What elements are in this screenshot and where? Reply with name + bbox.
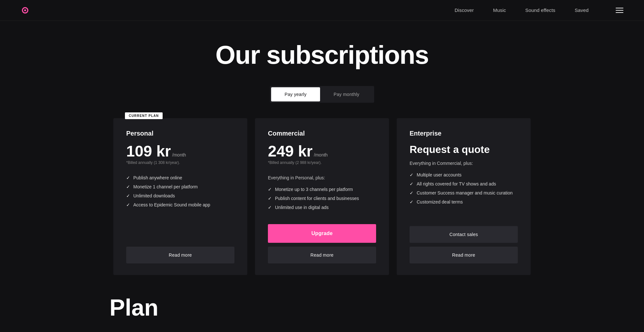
- plan-features-intro-enterprise: Everything in Commercial, plus:: [410, 161, 518, 166]
- feature-item: ✓ Unlimited downloads: [126, 193, 234, 198]
- feature-item: ✓ Access to Epidemic Sound mobile app: [126, 202, 234, 207]
- nav-discover[interactable]: Discover: [455, 7, 474, 13]
- feature-item: ✓ Customer Success manager and music cur…: [410, 190, 518, 195]
- plan-price-amount-commercial: 249 kr: [268, 144, 313, 159]
- plan-price-note-personal: *Billed annually (1 308 kr/year).: [126, 160, 234, 165]
- feature-item: ✓ Multiple user accounts: [410, 172, 518, 177]
- feature-item: ✓ Publish anywhere online: [126, 175, 234, 180]
- feature-item: ✓ Monetize 1 channel per platform: [126, 184, 234, 189]
- hamburger-line: [616, 10, 623, 11]
- check-icon: ✓: [126, 184, 130, 189]
- read-more-button-enterprise[interactable]: Read more: [410, 247, 518, 263]
- plans-grid: CURRENT PLAN Personal 109 kr /month *Bil…: [90, 118, 554, 275]
- check-icon: ✓: [410, 190, 413, 195]
- check-icon: ✓: [410, 172, 413, 177]
- pay-yearly-button[interactable]: Pay yearly: [271, 87, 320, 101]
- nav-links: Discover Music Sound effects Saved: [455, 7, 589, 13]
- plan-name-personal: Personal: [126, 130, 234, 137]
- page-title: Our subscriptions: [0, 40, 644, 70]
- plan-quote-enterprise: Request a quote: [410, 144, 518, 156]
- feature-item: ✓ Unlimited use in digital ads: [268, 205, 376, 210]
- navigation: Discover Music Sound effects Saved: [0, 0, 644, 21]
- plan-price-period-commercial: /month: [314, 152, 328, 157]
- check-icon: ✓: [268, 196, 272, 201]
- check-icon: ✓: [268, 187, 272, 192]
- upgrade-button-commercial[interactable]: Upgrade: [268, 224, 376, 243]
- plan-price-commercial: 249 kr /month: [268, 144, 376, 159]
- read-more-button-personal[interactable]: Read more: [126, 247, 234, 263]
- nav-saved[interactable]: Saved: [575, 7, 589, 13]
- feature-item: ✓ Customized deal terms: [410, 199, 518, 204]
- plan-features-enterprise: ✓ Multiple user accounts ✓ All rights co…: [410, 172, 518, 216]
- plan-features-commercial: ✓ Monetize up to 3 channels per platform…: [268, 187, 376, 214]
- plan-features-intro-commercial: Everything in Personal, plus:: [268, 175, 376, 180]
- feature-item: ✓ Monetize up to 3 channels per platform: [268, 187, 376, 192]
- plan-card-enterprise: Enterprise Request a quote Everything in…: [397, 118, 531, 275]
- check-icon: ✓: [410, 199, 413, 204]
- check-icon: ✓: [410, 181, 413, 186]
- bottom-title: Plan: [109, 294, 535, 321]
- hamburger-line: [616, 8, 623, 8]
- check-icon: ✓: [268, 205, 272, 210]
- contact-sales-button-enterprise[interactable]: Contact sales: [410, 226, 518, 243]
- check-icon: ✓: [126, 175, 130, 180]
- billing-toggle-container: Pay yearly Pay monthly: [0, 86, 644, 103]
- plan-name-commercial: Commercial: [268, 130, 376, 137]
- plan-card-personal: CURRENT PLAN Personal 109 kr /month *Bil…: [113, 118, 247, 275]
- plan-price-note-commercial: *Billed annually (2 988 kr/year).: [268, 160, 376, 165]
- check-icon: ✓: [126, 193, 130, 198]
- plan-features-personal: ✓ Publish anywhere online ✓ Monetize 1 c…: [126, 175, 234, 236]
- plan-price-amount-personal: 109 kr: [126, 144, 171, 159]
- nav-music[interactable]: Music: [493, 7, 506, 13]
- hamburger-menu-button[interactable]: [614, 6, 625, 14]
- hamburger-line: [616, 12, 623, 13]
- read-more-button-commercial[interactable]: Read more: [268, 247, 376, 263]
- bottom-section: Plan: [90, 275, 554, 321]
- nav-sound-effects[interactable]: Sound effects: [525, 7, 555, 13]
- check-icon: ✓: [126, 202, 130, 207]
- logo[interactable]: [19, 5, 31, 16]
- current-plan-badge: CURRENT PLAN: [125, 112, 163, 119]
- feature-item: ✓ All rights covered for TV shows and ad…: [410, 181, 518, 186]
- plan-name-enterprise: Enterprise: [410, 130, 518, 137]
- plan-card-commercial: Commercial 249 kr /month *Billed annuall…: [255, 118, 389, 275]
- feature-item: ✓ Publish content for clients and busine…: [268, 196, 376, 201]
- hero-section: Our subscriptions: [0, 21, 644, 86]
- billing-toggle-group: Pay yearly Pay monthly: [270, 86, 374, 103]
- svg-point-1: [24, 9, 26, 11]
- pay-monthly-button[interactable]: Pay monthly: [320, 87, 373, 101]
- plan-price-personal: 109 kr /month: [126, 144, 234, 159]
- plan-price-period-personal: /month: [172, 152, 186, 157]
